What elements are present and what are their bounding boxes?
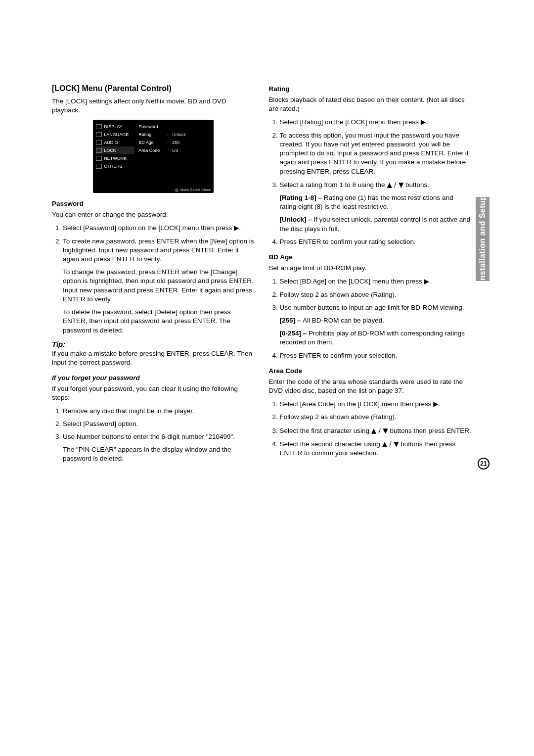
- rating-intro: Blocks playback of rated disc based on t…: [269, 95, 472, 113]
- area-step-4: Select the second character using ▲ / ▼ …: [280, 439, 472, 458]
- up-down-icon: ▲ / ▼: [382, 440, 399, 448]
- tip-body: If you make a mistake before pressing EN…: [52, 349, 255, 367]
- forgot-step-2: Select [Password] option.: [63, 420, 255, 428]
- text: To create new password, press ENTER when…: [63, 237, 254, 263]
- text: Use Number buttons to enter the 6-digit …: [63, 433, 235, 440]
- play-right-icon: ▶: [421, 118, 426, 126]
- menu-lock: LOCK: [104, 148, 116, 153]
- screenshot-values: Password Rating›Unlock BD Age›255 Area C…: [134, 123, 211, 170]
- area-code-steps: Select [Area Code] on the [LOCK] menu th…: [269, 399, 472, 458]
- text: Select [Password] option on the [LOCK] m…: [63, 224, 234, 232]
- move-icon: [175, 189, 178, 192]
- manual-page: [LOCK] Menu (Parental Control) The [LOCK…: [0, 0, 534, 497]
- play-right-icon: ▶: [234, 224, 239, 232]
- bd-255-note: [255] – All BD-ROM can be played.: [280, 316, 472, 325]
- screenshot-footer-text: Move Select Close: [180, 188, 211, 191]
- label: [Unlock] –: [280, 216, 314, 223]
- row-arrow: ›: [167, 148, 172, 153]
- area-code-heading: Area Code: [269, 367, 472, 375]
- forgot-password-steps: Remove any disc that might be in the pla…: [52, 407, 255, 464]
- forgot-password-intro: If you forget your password, you can cle…: [52, 384, 255, 402]
- up-down-icon: ▲ / ▼: [371, 426, 388, 434]
- text: buttons.: [403, 181, 429, 189]
- area-code-intro: Enter the code of the area whose standar…: [269, 378, 472, 395]
- text: All BD-ROM can be played.: [303, 317, 384, 324]
- lock-icon: [96, 148, 102, 153]
- right-column: Rating Blocks playback of rated disc bas…: [269, 84, 490, 468]
- area-step-1: Select [Area Code] on the [LOCK] menu th…: [280, 399, 472, 409]
- text: .: [426, 118, 428, 126]
- lock-menu-intro: The [LOCK] settings affect only Netflix …: [52, 97, 255, 115]
- row-bdage-value: 255: [172, 140, 179, 145]
- text: .: [429, 278, 431, 285]
- password-steps: Select [Password] option on the [LOCK] m…: [52, 223, 255, 334]
- text: Select [BD Age] on the [LOCK] menu then …: [280, 278, 424, 285]
- password-step-1: Select [Password] option on the [LOCK] m…: [63, 223, 255, 233]
- rating-step-2: To access this option, you must input th…: [280, 131, 472, 176]
- row-areacode-value: US: [172, 148, 178, 153]
- language-icon: [96, 132, 102, 137]
- bd-age-intro: Set an age limit of BD-ROM play.: [269, 264, 472, 273]
- label: [Rating 1-8] –: [280, 194, 324, 201]
- two-column-layout: [LOCK] Menu (Parental Control) The [LOCK…: [52, 84, 490, 468]
- rating-step-4: Press ENTER to confirm your rating selec…: [280, 237, 472, 246]
- label: [255] –: [280, 317, 303, 324]
- bd-0-254-note: [0-254] – Prohibits play of BD-ROM with …: [280, 329, 472, 347]
- bd-age-steps: Select [BD Age] on the [LOCK] menu then …: [269, 277, 472, 360]
- bd-step-4: Press ENTER to confirm your selection.: [280, 351, 472, 360]
- area-step-3: Select the first character using ▲ / ▼ b…: [280, 426, 472, 435]
- password-change-note: To change the password, press ENTER when…: [63, 268, 255, 304]
- forgot-step-1: Remove any disc that might be in the pla…: [63, 407, 255, 416]
- display-icon: [96, 124, 102, 129]
- menu-audio: AUDIO: [104, 140, 118, 145]
- row-rating-label: Rating: [138, 132, 167, 137]
- bd-age-heading: BD Age: [269, 253, 472, 261]
- section-tab-label: Installation and Setup: [478, 195, 487, 283]
- menu-network: NETWORK: [104, 156, 127, 161]
- screenshot-footer: Move Select Close: [96, 188, 211, 192]
- audio-icon: [96, 140, 102, 145]
- password-heading: Password: [52, 200, 255, 207]
- play-right-icon: ▶: [424, 277, 429, 285]
- left-column: [LOCK] Menu (Parental Control) The [LOCK…: [52, 84, 255, 468]
- lock-menu-heading: [LOCK] Menu (Parental Control): [52, 84, 255, 93]
- menu-others: OTHERS: [104, 164, 123, 169]
- row-password-label: Password: [138, 124, 167, 129]
- lock-menu-screenshot: DISPLAY LANGUAGE AUDIO LOCK NETWORK OTHE…: [93, 120, 214, 193]
- text: buttons then press ENTER.: [388, 427, 471, 434]
- bd-step-3: Use number buttons to input an age limit…: [280, 303, 472, 347]
- rating-heading: Rating: [269, 85, 472, 93]
- pin-clear-note: The "PIN CLEAR" appears in the display w…: [63, 445, 255, 463]
- text: Select [Rating] on the [LOCK] menu then …: [280, 118, 421, 126]
- up-down-icon: ▲ / ▼: [387, 181, 403, 189]
- rating-steps: Select [Rating] on the [LOCK] menu then …: [269, 117, 472, 246]
- row-arrow: ›: [167, 133, 172, 137]
- rating-step-1: Select [Rating] on the [LOCK] menu then …: [280, 117, 472, 127]
- forgot-password-heading: If you forget your password: [52, 374, 255, 381]
- password-delete-note: To delete the password, select [Delete] …: [63, 308, 255, 335]
- play-right-icon: ▶: [433, 400, 438, 408]
- text: Select the second character using: [280, 440, 382, 448]
- others-icon: [96, 164, 102, 169]
- section-tab: Installation and Setup: [476, 197, 490, 281]
- menu-display: DISPLAY: [104, 124, 122, 129]
- text: Select a rating from 1 to 8 using the: [280, 181, 387, 189]
- screenshot-sidebar: DISPLAY LANGUAGE AUDIO LOCK NETWORK OTHE…: [96, 123, 134, 170]
- text: .: [239, 224, 241, 232]
- bd-step-1: Select [BD Age] on the [LOCK] menu then …: [280, 277, 472, 286]
- row-rating-value: Unlock: [172, 132, 186, 137]
- text: .: [439, 400, 441, 408]
- row-bdage-label: BD Age: [138, 140, 167, 145]
- row-areacode-label: Area Code: [138, 148, 167, 153]
- page-number: 21: [478, 458, 490, 470]
- bd-step-2: Follow step 2 as shown above (Rating).: [280, 290, 472, 299]
- page-number-value: 21: [480, 460, 487, 467]
- label: [0-254] –: [280, 330, 309, 337]
- row-arrow: ›: [167, 141, 172, 145]
- text: Select [Area Code] on the [LOCK] menu th…: [280, 400, 434, 408]
- rating-unlock-note: [Unlock] – If you select unlock, parenta…: [280, 215, 472, 233]
- menu-language: LANGUAGE: [104, 132, 129, 137]
- forgot-step-3: Use Number buttons to enter the 6-digit …: [63, 432, 255, 464]
- rating-step-3: Select a rating from 1 to 8 using the ▲ …: [280, 180, 472, 234]
- text: Select the first character using: [280, 427, 371, 434]
